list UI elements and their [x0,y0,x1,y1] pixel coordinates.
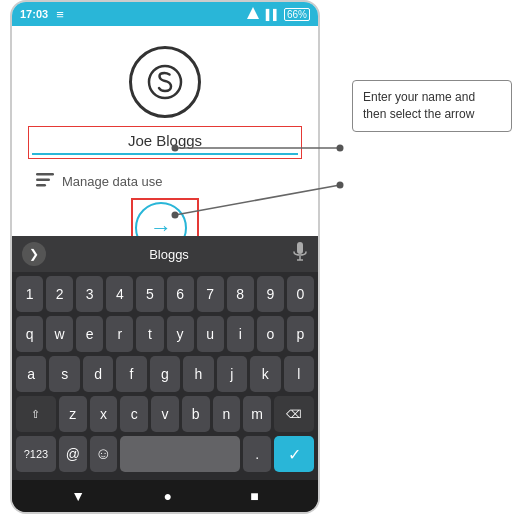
svg-rect-5 [36,184,46,187]
key-1[interactable]: 1 [16,276,43,312]
key-6[interactable]: 6 [167,276,194,312]
time-display: 17:03 [20,8,48,20]
phone-frame: 17:03 ≡ ▌▌ 66% [10,0,320,514]
nav-bar: ▼ ● ■ [12,480,318,512]
key-x[interactable]: x [90,396,118,432]
status-bar: 17:03 ≡ ▌▌ 66% [12,2,318,26]
keyboard-row-asdf: a s d f g h j k l [16,356,314,392]
key-o[interactable]: o [257,316,284,352]
key-4[interactable]: 4 [106,276,133,312]
battery-pct: 66% [287,9,307,20]
key-backspace[interactable]: ⌫ [274,396,314,432]
tooltip-text: Enter your name and then select the arro… [363,90,475,121]
manage-data-label: Manage data use [62,174,162,189]
name-field-wrapper [32,130,298,155]
key-a[interactable]: a [16,356,46,392]
key-9[interactable]: 9 [257,276,284,312]
key-symbols[interactable]: ?123 [16,436,56,472]
key-period[interactable]: . [243,436,271,472]
nav-back-button[interactable]: ▼ [71,488,85,504]
keyboard-row-numbers: 1 2 3 4 5 6 7 8 9 0 [16,276,314,312]
key-d[interactable]: d [83,356,113,392]
keyboard-top-bar: ❯ Bloggs [12,236,318,272]
status-bar-right: ▌▌ 66% [244,7,310,21]
key-5[interactable]: 5 [136,276,163,312]
key-l[interactable]: l [284,356,314,392]
key-n[interactable]: n [213,396,241,432]
svg-point-14 [337,182,344,189]
key-0[interactable]: 0 [287,276,314,312]
key-space[interactable] [120,436,240,472]
signal-bars: ▌▌ [266,9,280,20]
key-r[interactable]: r [106,316,133,352]
key-e[interactable]: e [76,316,103,352]
key-y[interactable]: y [167,316,194,352]
signal-icon [244,7,262,21]
key-v[interactable]: v [151,396,179,432]
key-g[interactable]: g [150,356,180,392]
key-7[interactable]: 7 [197,276,224,312]
key-i[interactable]: i [227,316,254,352]
key-2[interactable]: 2 [46,276,73,312]
key-k[interactable]: k [250,356,280,392]
svg-point-2 [164,90,166,92]
keyboard-expand-button[interactable]: ❯ [22,242,46,266]
key-shift[interactable]: ⇧ [16,396,56,432]
key-t[interactable]: t [136,316,163,352]
key-q[interactable]: q [16,316,43,352]
keyboard-row-zxcv: ⇧ z x c v b n m ⌫ [16,396,314,432]
svg-rect-6 [297,242,303,254]
manage-data-icon [36,173,54,190]
skype-logo [129,46,201,118]
key-c[interactable]: c [120,396,148,432]
manage-data-row: Manage data use [32,165,298,198]
battery-icon: 66% [284,8,310,21]
key-emoji[interactable]: ☺ [90,436,118,472]
svg-rect-4 [36,179,50,182]
keyboard-mic-button[interactable] [292,242,308,266]
key-enter[interactable]: ✓ [274,436,314,472]
key-m[interactable]: m [243,396,271,432]
name-input[interactable] [32,130,298,155]
tooltip-box: Enter your name and then select the arro… [352,80,512,132]
svg-point-11 [337,145,344,152]
key-z[interactable]: z [59,396,87,432]
key-8[interactable]: 8 [227,276,254,312]
key-3[interactable]: 3 [76,276,103,312]
keyboard-rows: 1 2 3 4 5 6 7 8 9 0 q w e r t y u i o [12,272,318,480]
key-at[interactable]: @ [59,436,87,472]
key-s[interactable]: s [49,356,79,392]
key-w[interactable]: w [46,316,73,352]
nav-home-button[interactable]: ● [163,488,171,504]
key-b[interactable]: b [182,396,210,432]
menu-icon: ≡ [56,7,64,22]
key-p[interactable]: p [287,316,314,352]
keyboard-row-qwerty: q w e r t y u i o p [16,316,314,352]
key-j[interactable]: j [217,356,247,392]
svg-rect-3 [36,173,54,176]
key-f[interactable]: f [116,356,146,392]
key-u[interactable]: u [197,316,224,352]
svg-marker-0 [247,7,259,19]
keyboard-autocomplete[interactable]: Bloggs [46,247,292,262]
keyboard-row-bottom: ?123 @ ☺ . ✓ [16,436,314,472]
keyboard: ❯ Bloggs 1 2 3 4 5 6 7 8 [12,236,318,512]
nav-recent-button[interactable]: ■ [250,488,258,504]
svg-point-1 [164,72,166,74]
key-h[interactable]: h [183,356,213,392]
status-bar-left: 17:03 ≡ [20,7,64,22]
